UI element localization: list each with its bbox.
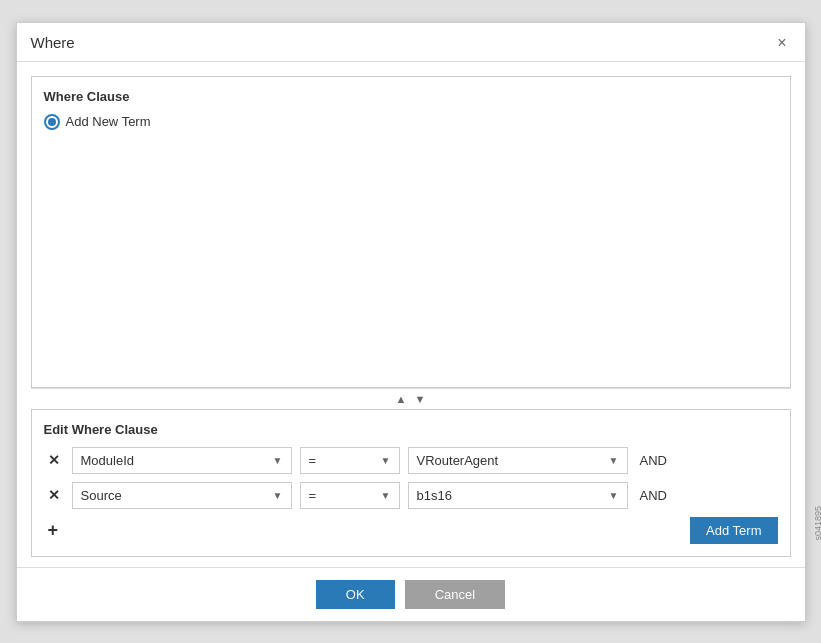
watermark: s041895 — [813, 506, 822, 541]
operator-dropdown-2[interactable]: = ▼ — [300, 482, 400, 509]
operator-dropdown-1[interactable]: = ▼ — [300, 447, 400, 474]
add-row-button[interactable]: + — [44, 519, 63, 541]
value-text-1: VRouterAgent — [417, 453, 499, 468]
field-value-1: ModuleId — [81, 453, 134, 468]
add-term-row: + Add Term — [44, 517, 778, 544]
field-dropdown-1-arrow: ▼ — [273, 455, 283, 466]
clause-row-2: ✕ Source ▼ = ▼ b1s16 ▼ AND — [44, 482, 778, 509]
operator-value-1: = — [309, 453, 317, 468]
operator-value-2: = — [309, 488, 317, 503]
dialog-title-bar: Where × — [17, 23, 805, 62]
dialog-footer: OK Cancel — [17, 567, 805, 621]
value-dropdown-1[interactable]: VRouterAgent ▼ — [408, 447, 628, 474]
dialog-body: Where Clause Add New Term ▲ ▼ Edit Where… — [17, 62, 805, 567]
conjunction-2: AND — [640, 488, 675, 503]
field-dropdown-2[interactable]: Source ▼ — [72, 482, 292, 509]
where-clause-section: Where Clause Add New Term — [31, 76, 791, 388]
cancel-button[interactable]: Cancel — [405, 580, 505, 609]
add-new-term-row: Add New Term — [44, 114, 778, 130]
edit-clause-section: Edit Where Clause ✕ ModuleId ▼ = ▼ VRout… — [31, 409, 791, 557]
clause-row-1: ✕ ModuleId ▼ = ▼ VRouterAgent ▼ AND — [44, 447, 778, 474]
add-new-term-label: Add New Term — [66, 114, 151, 129]
edit-clause-title: Edit Where Clause — [44, 422, 778, 437]
value-text-2: b1s16 — [417, 488, 452, 503]
ok-button[interactable]: OK — [316, 580, 395, 609]
radio-inner — [48, 118, 56, 126]
field-dropdown-1[interactable]: ModuleId ▼ — [72, 447, 292, 474]
operator-dropdown-2-arrow: ▼ — [381, 490, 391, 501]
where-clause-title: Where Clause — [44, 89, 778, 104]
field-value-2: Source — [81, 488, 122, 503]
close-button[interactable]: × — [773, 33, 790, 53]
collapse-bar[interactable]: ▲ ▼ — [31, 388, 791, 409]
collapse-down-icon: ▼ — [415, 393, 426, 405]
add-new-term-radio[interactable] — [44, 114, 60, 130]
where-dialog: Where × Where Clause Add New Term ▲ ▼ Ed… — [16, 22, 806, 622]
collapse-up-icon: ▲ — [396, 393, 407, 405]
value-dropdown-2[interactable]: b1s16 ▼ — [408, 482, 628, 509]
value-dropdown-1-arrow: ▼ — [609, 455, 619, 466]
remove-row-1-button[interactable]: ✕ — [44, 451, 64, 469]
remove-row-2-button[interactable]: ✕ — [44, 486, 64, 504]
dialog-title: Where — [31, 34, 75, 51]
operator-dropdown-1-arrow: ▼ — [381, 455, 391, 466]
conjunction-1: AND — [640, 453, 675, 468]
field-dropdown-2-arrow: ▼ — [273, 490, 283, 501]
add-term-button[interactable]: Add Term — [690, 517, 777, 544]
value-dropdown-2-arrow: ▼ — [609, 490, 619, 501]
